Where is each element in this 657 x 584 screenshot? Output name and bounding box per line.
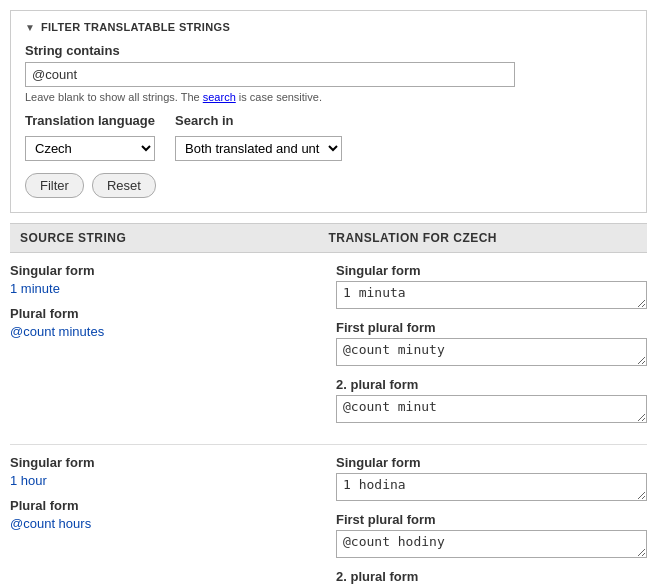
trans-first-plural-input[interactable]: @count minuty — [336, 338, 647, 366]
reset-button[interactable]: Reset — [92, 173, 156, 198]
source-col: Singular form 1 hour Plural form @count … — [10, 455, 336, 584]
table-row: Singular form 1 minute Plural form @coun… — [10, 253, 647, 445]
search-in-select[interactable]: Both translated and unt Only translated … — [175, 136, 342, 161]
filter-controls: Translation language Czech German French… — [25, 113, 632, 161]
singular-source-value: 1 hour — [10, 473, 321, 488]
plural-source-value: @count minutes — [10, 324, 321, 339]
hint-suffix: is case sensitive. — [239, 91, 322, 103]
plural-form-label: Plural form — [10, 306, 321, 321]
trans-second-plural-group: 2. plural form @count minut — [336, 377, 647, 426]
trans-first-plural-label: First plural form — [336, 320, 647, 335]
translation-rows: Singular form 1 minute Plural form @coun… — [10, 253, 647, 584]
trans-second-plural-label: 2. plural form — [336, 377, 647, 392]
table-row: Singular form 1 hour Plural form @count … — [10, 445, 647, 584]
translation-language-group: Translation language Czech German French… — [25, 113, 155, 161]
trans-second-plural-label: 2. plural form — [336, 569, 647, 584]
trans-first-plural-group: First plural form @count hodiny — [336, 512, 647, 561]
trans-first-plural-label: First plural form — [336, 512, 647, 527]
trans-col: Singular form 1 minuta First plural form… — [336, 263, 647, 434]
translation-language-label: Translation language — [25, 113, 155, 128]
trans-singular-label: Singular form — [336, 263, 647, 278]
trans-second-plural-group: 2. plural form @count hodin — [336, 569, 647, 584]
search-in-group: Search in Both translated and unt Only t… — [175, 113, 342, 161]
singular-form-label: Singular form — [10, 263, 321, 278]
singular-source-value: 1 minute — [10, 281, 321, 296]
filter-section: ▼ FILTER TRANSLATABLE STRINGS String con… — [10, 10, 647, 213]
trans-singular-group: Singular form 1 minuta — [336, 263, 647, 312]
source-col-header: SOURCE STRING — [20, 231, 329, 245]
string-contains-row: String contains Leave blank to show all … — [25, 43, 632, 103]
trans-singular-label: Singular form — [336, 455, 647, 470]
translation-language-select[interactable]: Czech German French Spanish — [25, 136, 155, 161]
table-header: SOURCE STRING TRANSLATION FOR CZECH — [10, 223, 647, 253]
filter-title: FILTER TRANSLATABLE STRINGS — [41, 21, 230, 33]
collapse-icon[interactable]: ▼ — [25, 22, 35, 33]
search-in-label: Search in — [175, 113, 342, 128]
hint-text: Leave blank to show all strings. The sea… — [25, 91, 632, 103]
source-col: Singular form 1 minute Plural form @coun… — [10, 263, 336, 434]
trans-second-plural-input[interactable]: @count minut — [336, 395, 647, 423]
trans-first-plural-input[interactable]: @count hodiny — [336, 530, 647, 558]
hint-prefix: Leave blank to show all strings. The — [25, 91, 200, 103]
translation-col-header: TRANSLATION FOR CZECH — [329, 231, 638, 245]
btn-row: Filter Reset — [25, 173, 632, 198]
trans-singular-group: Singular form 1 hodina — [336, 455, 647, 504]
singular-form-label: Singular form — [10, 455, 321, 470]
plural-form-label: Plural form — [10, 498, 321, 513]
search-link[interactable]: search — [203, 91, 236, 103]
trans-first-plural-group: First plural form @count minuty — [336, 320, 647, 369]
filter-button[interactable]: Filter — [25, 173, 84, 198]
string-contains-label: String contains — [25, 43, 632, 58]
trans-singular-input[interactable]: 1 hodina — [336, 473, 647, 501]
string-contains-input[interactable] — [25, 62, 515, 87]
trans-singular-input[interactable]: 1 minuta — [336, 281, 647, 309]
filter-header: ▼ FILTER TRANSLATABLE STRINGS — [25, 21, 632, 33]
plural-source-value: @count hours — [10, 516, 321, 531]
trans-col: Singular form 1 hodina First plural form… — [336, 455, 647, 584]
